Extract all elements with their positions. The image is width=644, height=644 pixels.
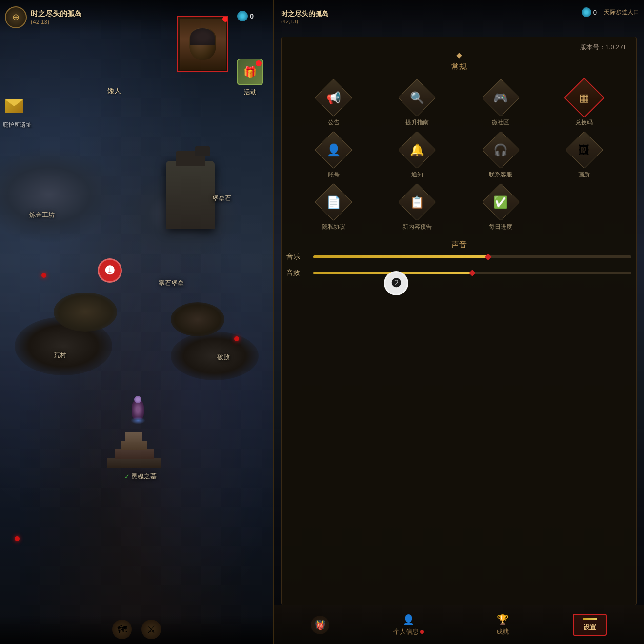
diamond-btn-daily[interactable]: ✅ [483, 184, 519, 220]
top-divider-line-r [465, 56, 627, 56]
fortress-battlement [195, 146, 210, 156]
fortress-structure [166, 161, 215, 229]
avatar-face [189, 28, 216, 60]
diamond-btn-graphics[interactable]: 🖼 [566, 132, 603, 168]
label-account: 账号 [328, 171, 340, 179]
right-location-name: 时之尽头的孤岛 [281, 10, 329, 19]
location-info: 时之尽头的孤岛 (42,13) [31, 9, 82, 25]
diamond-btn-gonggao[interactable]: 📢 [315, 79, 352, 116]
setting-item-gonggao[interactable]: 📢 公告 [294, 79, 373, 127]
diamond-btn-guide[interactable]: 🔍 [399, 79, 435, 116]
setting-item-privacy[interactable]: 📄 隐私协议 [294, 184, 373, 231]
icon-privacy: 📄 [326, 195, 341, 209]
label-notification: 通知 [411, 171, 423, 179]
settings-panel-inner: 版本号：1.0.271 常规 [282, 37, 636, 605]
setting-item-daily[interactable]: ✅ 每日进度 [461, 184, 541, 231]
icon-notification: 🔔 [410, 143, 424, 157]
general-title-row: 常规 [282, 62, 636, 72]
icon-gonggao: 📢 [326, 91, 341, 105]
soul-tomb-label: ✓ 灵魂之墓 [124, 472, 157, 481]
icon-redeem: ▦ [579, 92, 589, 104]
label-support: 联系客服 [489, 171, 512, 179]
tab-settings-label: 设置 [584, 623, 596, 632]
gem-icon [235, 8, 250, 23]
right-currency-value: 0 [593, 9, 597, 16]
settings-panel-container: 版本号：1.0.271 常规 [281, 37, 637, 605]
bottom-icon-1[interactable]: 🗺 [112, 620, 132, 639]
right-location-coords: (42,13) [281, 19, 329, 24]
icon-community: 🎮 [493, 91, 508, 105]
setting-item-redeem[interactable]: ▦ 兑换码 [544, 79, 624, 127]
music-slider-track[interactable] [313, 255, 631, 258]
diamond-btn-notification[interactable]: 🔔 [399, 132, 435, 168]
nav-left-icon[interactable]: 👹 [311, 616, 329, 634]
currency-value: 0 [250, 12, 254, 20]
character-avatar-box[interactable] [177, 16, 228, 72]
diamond-btn-support[interactable]: 🎧 [483, 132, 519, 168]
diamond-btn-account[interactable]: 👤 [315, 132, 352, 168]
top-bar-right: 时之尽头的孤岛 (42,13) 0 天际步道人口 [274, 0, 644, 34]
icon-preview: 📋 [410, 195, 424, 209]
top-divider-diamond [456, 53, 462, 58]
red-accent-dot-2 [234, 336, 239, 341]
location-name: 时之尽头的孤岛 [31, 9, 82, 19]
icon-graphics: 🖼 [578, 143, 590, 157]
label-graphics: 画质 [578, 171, 590, 179]
grid-empty-slot [544, 184, 624, 231]
soul-tomb-text: 灵魂之墓 [131, 472, 157, 481]
nav-left-icon-inner[interactable]: 👹 [311, 616, 329, 634]
sound-title-text: 声音 [444, 240, 474, 250]
tab-achievement[interactable]: 🏆 成就 [487, 611, 518, 639]
right-location-group: 时之尽头的孤岛 (42,13) [281, 10, 329, 24]
stone-structure-2 [171, 302, 224, 336]
character-on-map [132, 400, 144, 419]
general-title-text: 常规 [444, 62, 474, 72]
label-preview: 新内容预告 [402, 223, 432, 231]
activity-section[interactable]: 🎁 活动 [237, 59, 263, 97]
diamond-btn-community[interactable]: 🎮 [483, 79, 519, 116]
mail-icon[interactable] [4, 98, 24, 115]
step-2-badge: ❷ [384, 271, 408, 295]
bottom-icon-2[interactable]: ⚔ [141, 620, 161, 639]
setting-item-support[interactable]: 🎧 联系客服 [461, 132, 541, 179]
version-label: 版本号：1.0.271 [282, 37, 636, 52]
bottom-navigation: 👹 👤 个人信息 🏆 成就 设置 [274, 605, 644, 644]
tab-personal-label-row: 个人信息 [393, 627, 424, 636]
setting-item-notification[interactable]: 🔔 通知 [377, 132, 457, 179]
diamond-btn-redeem[interactable]: ▦ [566, 79, 603, 116]
sound-divider-row: 声音 [282, 236, 636, 253]
tab-personal-info[interactable]: 👤 个人信息 [384, 611, 433, 639]
music-slider-fill [313, 255, 488, 258]
character-figure [132, 400, 144, 419]
activity-button[interactable]: 🎁 [237, 59, 263, 85]
settings-grid-row3: 📄 隐私协议 📋 新内容预告 ✅ [282, 181, 636, 236]
diamond-btn-preview[interactable]: 📋 [399, 184, 435, 220]
music-slider-thumb[interactable] [485, 254, 492, 260]
sfx-slider-thumb[interactable] [469, 270, 476, 276]
tab-personal-label: 个人信息 [393, 627, 419, 636]
sfx-slider-track[interactable] [313, 272, 631, 274]
terrain-ruin-2 [171, 332, 259, 380]
mail-icon-inner [5, 99, 23, 113]
sound-line-left [291, 245, 444, 245]
general-line-right [474, 67, 622, 67]
bottom-icons-left: 🗺 ⚔ [112, 620, 161, 639]
tab-settings[interactable]: 设置 [573, 614, 607, 636]
diamond-btn-privacy[interactable]: 📄 [315, 184, 352, 220]
bottom-bar-left: 🗺 ⚔ [0, 615, 273, 644]
settings-active-indicator [583, 618, 597, 620]
setting-item-account[interactable]: 👤 账号 [294, 132, 373, 179]
music-label: 音乐 [286, 253, 306, 261]
location-coords: (42,13) [31, 19, 82, 25]
icon-guide: 🔍 [410, 91, 424, 105]
setting-item-graphics[interactable]: 🖼 画质 [544, 132, 624, 179]
red-accent-dot-3 [15, 536, 20, 541]
step-1-badge: ❶ [98, 258, 122, 283]
label-redeem: 兑换码 [575, 118, 593, 127]
character-head [134, 396, 141, 403]
sound-line-right [474, 245, 627, 245]
setting-item-preview[interactable]: 📋 新内容预告 [377, 184, 457, 231]
tomb-mid [115, 449, 154, 459]
setting-item-community[interactable]: 🎮 微社区 [461, 79, 541, 127]
setting-item-guide[interactable]: 🔍 提升指南 [377, 79, 457, 127]
